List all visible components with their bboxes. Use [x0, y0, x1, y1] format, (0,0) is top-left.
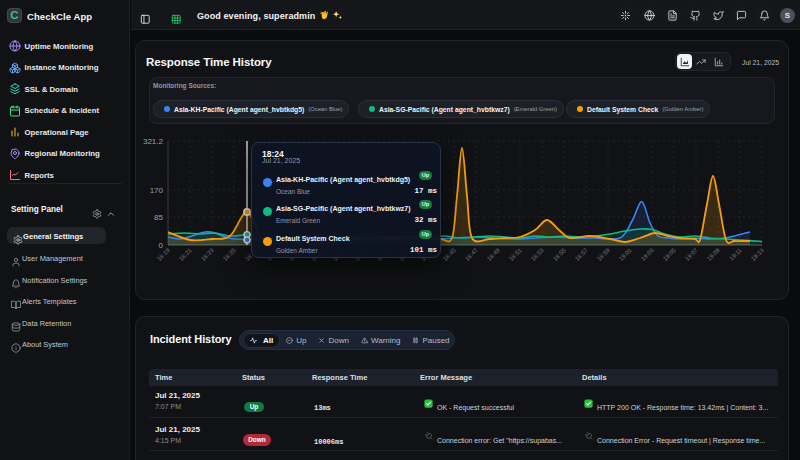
svg-text:19:03: 19:03 [640, 247, 655, 262]
svg-text:18:23: 18:23 [200, 247, 215, 262]
svg-text:18:25: 18:25 [222, 247, 237, 262]
svg-text:19:07: 19:07 [684, 247, 699, 262]
svg-text:0: 0 [159, 241, 164, 250]
svg-text:19:01: 19:01 [618, 247, 633, 262]
svg-text:18:47: 18:47 [464, 247, 479, 262]
svg-text:18:53: 18:53 [530, 247, 545, 262]
svg-text:19:05: 19:05 [662, 247, 677, 262]
svg-text:18:57: 18:57 [574, 247, 589, 262]
svg-text:19:11: 19:11 [728, 247, 743, 262]
svg-text:19:13: 19:13 [750, 247, 765, 262]
svg-text:18:59: 18:59 [596, 247, 611, 262]
svg-text:18:51: 18:51 [508, 247, 523, 262]
svg-text:18:55: 18:55 [552, 247, 567, 262]
svg-text:18:49: 18:49 [486, 247, 501, 262]
svg-text:19:09: 19:09 [706, 247, 721, 262]
svg-text:18:21: 18:21 [178, 247, 193, 262]
svg-text:170: 170 [150, 186, 164, 195]
svg-text:321.2: 321.2 [143, 137, 164, 146]
svg-text:85: 85 [154, 213, 163, 222]
svg-text:18:45: 18:45 [442, 247, 457, 262]
